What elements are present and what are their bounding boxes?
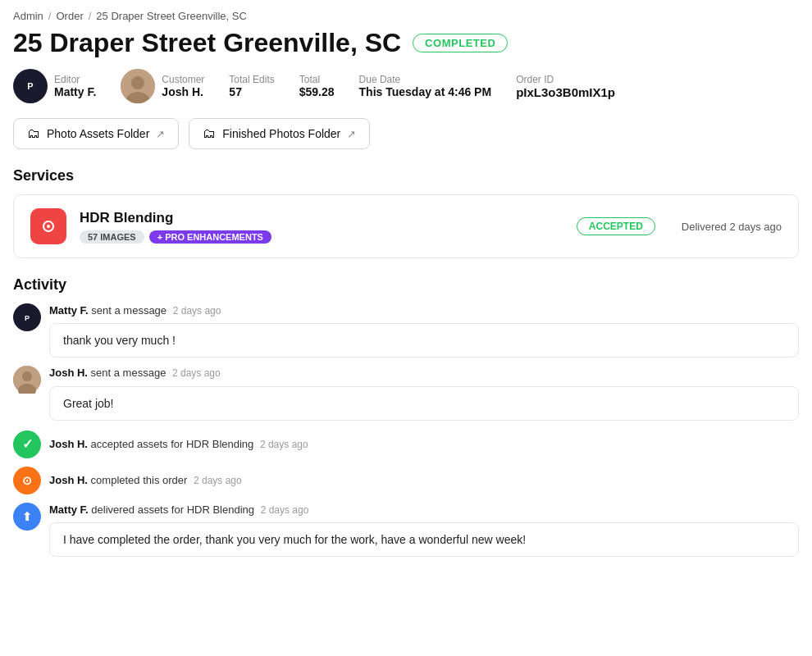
- activity-action-5: delivered assets for HDR Blending: [91, 503, 254, 516]
- svg-text:P: P: [25, 314, 30, 322]
- breadcrumb-current: 25 Draper Street Greenville, SC: [96, 10, 247, 22]
- editor-label: Editor: [54, 74, 96, 85]
- activity-header-1: Matty F. sent a message 2 days ago: [49, 303, 799, 318]
- tag-images: 57 IMAGES: [80, 230, 144, 244]
- service-name: HDR Blending: [80, 210, 563, 226]
- breadcrumb-admin[interactable]: Admin: [13, 10, 43, 22]
- activity-item-2: Josh H. sent a message 2 days ago Great …: [13, 366, 799, 420]
- editor-meta: P Editor Matty F.: [13, 69, 96, 103]
- due-date-value: This Tuesday at 4:46 PM: [359, 85, 492, 98]
- message-bubble-2: Great job!: [49, 386, 799, 421]
- service-status-badge: ACCEPTED: [577, 217, 655, 235]
- services-section-title: Services: [13, 167, 799, 184]
- total-edits-value: 57: [229, 85, 274, 98]
- folder-icon: 🗂: [27, 126, 40, 141]
- page-title-row: 25 Draper Street Greenville, SC COMPLETE…: [13, 29, 799, 57]
- activity-time-2: 2 days ago: [172, 367, 221, 379]
- activity-event-text-3: Josh H. accepted assets for HDR Blending…: [49, 438, 308, 450]
- svg-point-7: [47, 225, 50, 228]
- activity-time-1: 2 days ago: [173, 305, 221, 317]
- deliver-icon: ⬆: [22, 510, 32, 523]
- activity-icon-delivered: ⬆: [13, 503, 41, 531]
- finished-photos-folder-button[interactable]: 🗂 Finished Photos Folder ↗: [189, 118, 370, 149]
- total-label: Total: [299, 74, 335, 85]
- activity-msg-block-1: Matty F. sent a message 2 days ago thank…: [49, 303, 799, 358]
- event-time-3: 2 days ago: [260, 439, 308, 450]
- activity-event-row-4: ⊙ Josh H. completed this order 2 days ag…: [13, 467, 799, 494]
- photo-assets-label: Photo Assets Folder: [47, 127, 149, 140]
- customer-label: Customer: [162, 74, 204, 85]
- activity-item-5: ⬆ Matty F. delivered assets for HDR Blen…: [13, 503, 799, 557]
- service-delivered-text: Delivered 2 days ago: [682, 221, 782, 233]
- activity-avatar-josh-1: [13, 366, 41, 394]
- message-bubble-1: thank you very much !: [49, 323, 799, 358]
- external-link-icon: ↗: [156, 128, 165, 140]
- activity-msg-block-5: Matty F. delivered assets for HDR Blendi…: [49, 503, 799, 557]
- editor-name: Matty F.: [54, 85, 96, 98]
- activity-section: Activity P Matty F. sent a message 2 day…: [13, 276, 799, 557]
- event-time-4: 2 days ago: [194, 475, 242, 486]
- activity-icon-accepted: ✓: [13, 430, 41, 458]
- meta-row: P Editor Matty F. Customer Josh H.: [13, 69, 799, 103]
- folder-icon-2: 🗂: [203, 126, 216, 141]
- finished-photos-label: Finished Photos Folder: [222, 127, 340, 140]
- check-icon: ✓: [22, 436, 33, 452]
- total-edits-meta: Total Edits 57: [229, 74, 274, 98]
- service-tags: 57 IMAGES + PRO ENHANCEMENTS: [80, 230, 563, 244]
- activity-icon-completed: ⊙: [13, 467, 41, 494]
- customer-avatar: [121, 69, 155, 103]
- editor-avatar: P: [13, 69, 48, 103]
- total-edits-label: Total Edits: [229, 74, 274, 85]
- event-actor-3: Josh H.: [49, 438, 88, 450]
- activity-header-2: Josh H. sent a message 2 days ago: [49, 366, 799, 380]
- breadcrumb: Admin / Order / 25 Draper Street Greenvi…: [13, 10, 799, 22]
- activity-event-row-3: ✓ Josh H. accepted assets for HDR Blendi…: [13, 430, 799, 458]
- photo-assets-folder-button[interactable]: 🗂 Photo Assets Folder ↗: [13, 118, 179, 149]
- svg-point-11: [22, 371, 32, 381]
- customer-name: Josh H.: [162, 85, 204, 98]
- service-icon-box: [30, 208, 66, 244]
- event-action-3: accepted assets for HDR Blending: [91, 438, 254, 450]
- status-badge: COMPLETED: [413, 34, 508, 52]
- activity-action-1: sent a message: [91, 304, 167, 317]
- folders-row: 🗂 Photo Assets Folder ↗ 🗂 Finished Photo…: [13, 118, 799, 149]
- activity-actor-5: Matty F.: [49, 503, 89, 516]
- page-title: 25 Draper Street Greenville, SC: [13, 29, 401, 57]
- service-info: HDR Blending 57 IMAGES + PRO ENHANCEMENT…: [80, 210, 563, 244]
- total-meta: Total $59.28: [299, 74, 335, 98]
- due-date-label: Due Date: [359, 74, 492, 85]
- activity-actor-1: Matty F.: [49, 304, 91, 317]
- tag-pro: + PRO ENHANCEMENTS: [149, 230, 271, 244]
- breadcrumb-order[interactable]: Order: [56, 10, 83, 22]
- complete-icon: ⊙: [22, 474, 32, 487]
- order-id-meta: Order ID pIxL3o3B0mIX1p: [516, 74, 615, 99]
- activity-event-text-4: Josh H. completed this order 2 days ago: [49, 474, 242, 486]
- activity-time-5: 2 days ago: [261, 504, 309, 516]
- activity-actor-2: Josh H.: [49, 367, 88, 379]
- event-actor-4: Josh H.: [49, 474, 88, 486]
- event-action-4: completed this order: [91, 474, 188, 486]
- activity-header-5: Matty F. delivered assets for HDR Blendi…: [49, 503, 799, 517]
- activity-avatar-matty-1: P: [13, 303, 41, 331]
- order-id-value: pIxL3o3B0mIX1p: [516, 85, 615, 99]
- message-bubble-5: I have completed the order, thank you ve…: [49, 522, 799, 557]
- svg-text:P: P: [27, 81, 33, 91]
- activity-section-title: Activity: [13, 276, 799, 294]
- activity-action-2: sent a message: [91, 367, 167, 379]
- total-value: $59.28: [299, 85, 335, 98]
- activity-msg-block-2: Josh H. sent a message 2 days ago Great …: [49, 366, 799, 420]
- service-card-hdr: HDR Blending 57 IMAGES + PRO ENHANCEMENT…: [13, 194, 799, 258]
- due-date-meta: Due Date This Tuesday at 4:46 PM: [359, 74, 492, 98]
- customer-meta: Customer Josh H.: [121, 69, 204, 103]
- external-link-icon-2: ↗: [347, 128, 356, 140]
- order-id-label: Order ID: [516, 74, 615, 85]
- svg-point-3: [131, 76, 144, 89]
- activity-item-1: P Matty F. sent a message 2 days ago tha…: [13, 303, 799, 358]
